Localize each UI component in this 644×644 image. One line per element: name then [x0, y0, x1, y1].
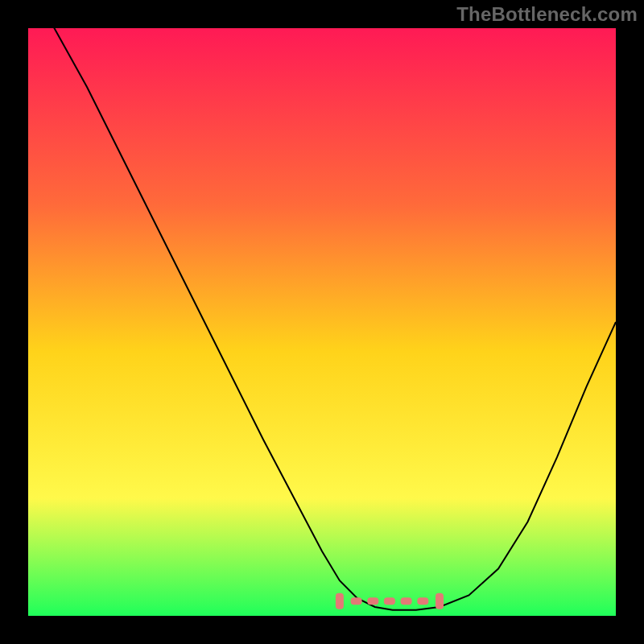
flat-marker: [384, 597, 395, 605]
plot-svg: [28, 28, 616, 616]
flat-marker: [401, 597, 412, 605]
flat-marker: [436, 593, 444, 609]
chart-frame: TheBottleneck.com: [0, 0, 644, 644]
flat-marker: [351, 597, 362, 605]
flat-marker: [417, 597, 428, 605]
flat-marker: [367, 597, 378, 605]
gradient-background: [28, 28, 616, 616]
flat-marker: [336, 593, 344, 609]
watermark-text: TheBottleneck.com: [456, 3, 638, 26]
plot-area: [28, 28, 616, 616]
